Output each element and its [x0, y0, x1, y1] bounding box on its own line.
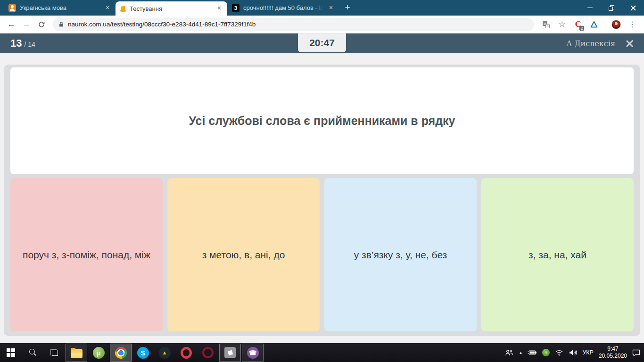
taskbar-triangle-app[interactable]: ▲: [154, 343, 175, 362]
taskbar-opera[interactable]: [175, 343, 197, 362]
start-button[interactable]: [0, 343, 22, 362]
tab-znanija[interactable]: З срочно!!!!!! дам 50 балов - Шко ×: [227, 0, 339, 16]
page-content: Усі службові слова є прийменниками в ряд…: [0, 53, 644, 343]
viber-icon: ☎: [247, 347, 259, 359]
battery-button[interactable]: [528, 350, 537, 355]
bookmark-button[interactable]: ☆: [555, 18, 569, 31]
people-icon: [505, 349, 513, 356]
answer-option-4[interactable]: з, за, на, хай: [481, 178, 634, 331]
answer-text: з, за, на, хай: [528, 249, 586, 261]
back-button[interactable]: ←: [5, 18, 18, 31]
network-button[interactable]: [555, 349, 563, 356]
translate-icon: Aa: [542, 20, 550, 29]
windows-taskbar: µ S ▲ ☎ ▲ + УКР 9:4: [0, 343, 644, 362]
taskbar-chrome[interactable]: [110, 344, 132, 362]
svg-text:a: a: [547, 25, 549, 28]
tab-ukrainska-mova[interactable]: Українська мова ×: [4, 0, 116, 16]
people-button[interactable]: [505, 349, 513, 356]
quiz-timer: 20:47: [298, 33, 346, 52]
tab-testuvannia[interactable]: Тестування ×: [116, 1, 227, 16]
user-favicon-icon: [8, 4, 16, 12]
translate-button[interactable]: Aa: [539, 18, 553, 31]
action-center-button[interactable]: [632, 349, 640, 356]
language-indicator[interactable]: УКР: [582, 349, 594, 356]
taskbar-roblox[interactable]: [219, 344, 241, 362]
avatar: [611, 20, 621, 29]
answer-option-1[interactable]: поруч з, з-поміж, понад, між: [10, 178, 163, 331]
taskbar-apps: µ S ▲ ☎: [0, 343, 264, 362]
tray-time: 9:47: [599, 346, 627, 353]
browser-toolbar: ← → naurok.com.ua/test/testing/08cccf30-…: [0, 16, 644, 33]
windows-logo-icon: [7, 348, 15, 357]
tab-label: Тестування: [130, 5, 211, 12]
restore-button[interactable]: [601, 0, 622, 16]
browser-menu-button[interactable]: ⋮: [625, 18, 639, 31]
task-view-button[interactable]: [43, 343, 65, 362]
task-view-icon: [50, 349, 58, 356]
answer-option-2[interactable]: з метою, в, ані, до: [167, 178, 320, 331]
restore-icon: [609, 5, 614, 11]
answer-text: у зв’язку з, у, не, без: [354, 249, 447, 261]
notification-icon: [632, 349, 640, 356]
extension-badge: 2: [579, 26, 584, 31]
minimize-icon: [587, 8, 593, 8]
opera-icon: [181, 347, 192, 359]
folder-icon: [71, 349, 83, 358]
address-bar[interactable]: naurok.com.ua/test/testing/08cccf30-e283…: [53, 18, 534, 31]
toolbar-divider: [605, 20, 605, 29]
kebab-menu-icon: ⋮: [628, 20, 636, 29]
answer-text: поруч з, з-поміж, понад, між: [23, 249, 150, 261]
quiz-header: 13 / 14 20:47 А Дислексія: [0, 33, 644, 53]
znanija-favicon-icon: З: [232, 4, 239, 12]
window-close-button[interactable]: [622, 0, 644, 16]
browser-tab-bar: Українська мова × Тестування × З срочно!…: [0, 0, 644, 16]
tab-close-icon[interactable]: ×: [327, 4, 335, 12]
reload-icon: [38, 21, 45, 28]
question-text: Усі службові слова є прийменниками в ряд…: [170, 114, 474, 128]
speaker-icon: [569, 349, 577, 356]
url-text: naurok.com.ua/test/testing/08cccf30-e283…: [68, 21, 256, 28]
question-counter: 13 / 14: [10, 37, 35, 49]
extension-c-button[interactable]: C 2: [571, 18, 585, 31]
extension-triangle-button[interactable]: [587, 18, 601, 31]
forward-button[interactable]: →: [20, 18, 33, 31]
answer-text: з метою, в, ані, до: [202, 249, 285, 261]
tab-close-icon[interactable]: ×: [215, 4, 223, 13]
tab-label: срочно!!!!!! дам 50 балов - Шко: [243, 4, 323, 11]
taskbar-opera-gx[interactable]: [197, 343, 219, 362]
star-icon: ☆: [558, 19, 565, 29]
chrome-icon: [115, 347, 127, 359]
triangle-extension-icon: [590, 21, 598, 28]
quiz-panel: Усі службові слова є прийменниками в ряд…: [4, 65, 640, 336]
reload-button[interactable]: [35, 18, 48, 31]
antivirus-button[interactable]: +: [542, 349, 550, 356]
new-tab-button[interactable]: +: [341, 1, 354, 15]
profile-button[interactable]: [609, 18, 623, 31]
close-icon: [630, 5, 636, 11]
question-card: Усі службові слова є прийменниками в ряд…: [10, 67, 634, 174]
dyslexia-font-toggle[interactable]: А Дислексія: [566, 39, 615, 48]
tab-label: Українська мова: [20, 4, 99, 11]
quiz-close-icon[interactable]: [626, 40, 634, 48]
search-icon: [28, 348, 37, 357]
screen: Українська мова × Тестування × З срочно!…: [0, 0, 644, 362]
minimize-button[interactable]: [579, 0, 601, 16]
roblox-icon: [224, 347, 236, 358]
volume-button[interactable]: [569, 349, 577, 356]
hidden-icons-button[interactable]: ▲: [519, 351, 522, 355]
opera-gx-icon: [202, 347, 214, 358]
tab-close-icon[interactable]: ×: [103, 4, 112, 12]
antivirus-icon: +: [542, 349, 550, 356]
taskbar-skype[interactable]: S: [132, 343, 154, 362]
answers-grid: поруч з, з-поміж, понад, між з метою, в,…: [10, 178, 634, 331]
tray-clock[interactable]: 9:47 20.05.2020: [599, 346, 627, 360]
taskbar-file-explorer[interactable]: [66, 344, 87, 362]
taskbar-utorrent[interactable]: µ: [88, 343, 109, 362]
tray-date: 20.05.2020: [599, 353, 627, 360]
taskbar-viber[interactable]: ☎: [242, 344, 264, 362]
answer-option-3[interactable]: у зв’язку з, у, не, без: [324, 178, 477, 331]
window-controls: [579, 0, 644, 16]
taskbar-search-button[interactable]: [22, 343, 43, 362]
system-tray: ▲ + УКР 9:47 20.05.2020: [505, 343, 644, 362]
triangle-app-icon: ▲: [159, 347, 171, 359]
